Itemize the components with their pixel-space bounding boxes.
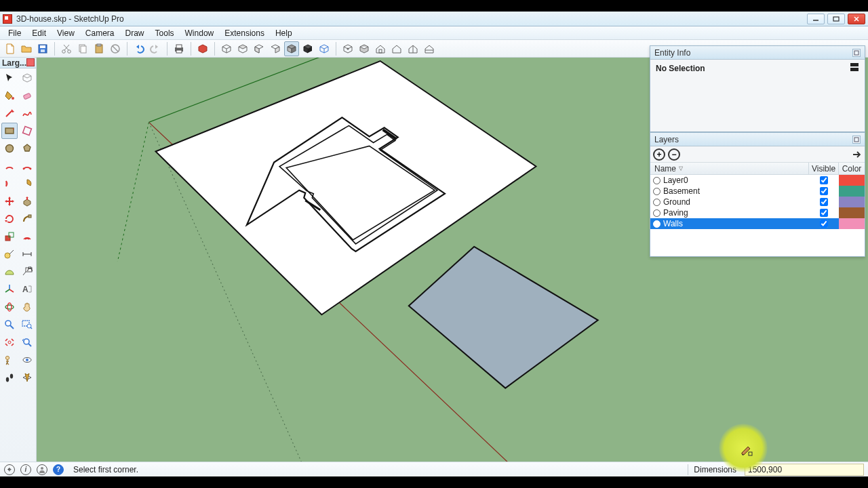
home-1-icon[interactable] [373,41,388,56]
zoom-previous-icon[interactable] [19,334,35,350]
pushpull-tool-icon[interactable] [19,193,35,209]
entity-info-expand-icon[interactable] [850,62,859,72]
maximize-button[interactable] [827,14,845,24]
zoom-extents-icon[interactable] [1,334,18,350]
select-tool-icon[interactable] [1,70,18,86]
layer-visible-checkbox[interactable] [820,187,828,195]
iso-view-icon[interactable] [219,41,234,56]
monochrome-icon[interactable] [317,41,332,56]
line-tool-icon[interactable] [1,105,18,121]
close-button[interactable] [848,14,865,24]
scale-tool-icon[interactable] [1,228,18,245]
menu-window[interactable]: Window [180,26,220,39]
menu-help[interactable]: Help [270,26,298,39]
home-3-icon[interactable] [406,41,420,56]
layer-row[interactable]: Walls [650,218,865,229]
dimensions-input[interactable]: 1500,900 [745,464,864,476]
menu-extensions[interactable]: Extensions [219,26,270,39]
minimize-button[interactable] [807,14,825,24]
arc-tool-icon[interactable] [1,158,18,174]
layer-radio[interactable] [653,220,660,228]
zoom-window-icon[interactable] [19,317,35,333]
menu-camera[interactable]: Camera [80,26,120,39]
protractor-icon[interactable] [1,264,18,280]
layer-row[interactable]: Layer0 [650,175,865,186]
status-help-icon[interactable]: ? [53,464,64,475]
layer-radio[interactable] [653,209,660,217]
followme-tool-icon[interactable] [19,211,35,227]
save-file-icon[interactable] [35,41,50,56]
paint-bucket-icon[interactable] [1,87,18,104]
arc2-tool-icon[interactable] [19,158,35,174]
delete-icon[interactable] [108,41,123,56]
rotate-tool-icon[interactable] [1,211,18,227]
copy-icon[interactable] [75,41,90,56]
offset-tool-icon[interactable] [19,228,35,245]
left-toolbar-close-icon[interactable] [26,58,35,66]
orbit-tool-icon[interactable] [1,299,18,315]
layer-row[interactable]: Basement [650,186,865,197]
tape-measure-icon[interactable] [1,246,18,262]
entity-info-title-bar[interactable]: Entity Info [650,46,865,60]
layers-collapse-icon[interactable] [852,136,861,144]
dimension-tool-icon[interactable] [19,246,35,262]
cut-icon[interactable] [59,41,74,56]
circle-tool-icon[interactable] [1,140,18,157]
redo-icon[interactable] [148,41,163,56]
shaded-icon[interactable] [300,41,315,56]
layer-radio[interactable] [653,188,660,195]
new-file-icon[interactable] [3,41,18,56]
home-2-icon[interactable] [389,41,404,56]
section-plane-icon[interactable] [19,369,35,386]
status-signin-icon[interactable] [37,464,47,475]
layer-row[interactable]: Paving [650,207,865,218]
home-4-icon[interactable] [422,41,437,56]
arc3-tool-icon[interactable] [1,176,18,192]
entity-info-collapse-icon[interactable] [852,49,861,57]
undo-icon[interactable] [132,41,146,56]
layers-title-bar[interactable]: Layers [650,133,865,146]
layers-col-visible[interactable]: Visible [809,163,839,174]
look-around-icon[interactable] [19,352,35,368]
paste-icon[interactable] [92,41,106,56]
eraser-icon[interactable] [19,87,35,104]
layers-col-color[interactable]: Color [839,163,865,174]
make-component-icon[interactable] [340,41,355,56]
layer-color-swatch[interactable] [839,218,865,229]
polygon-tool-icon[interactable] [19,140,35,157]
freehand-icon[interactable] [19,105,35,121]
pie-tool-icon[interactable] [19,176,35,192]
walk-tool-icon[interactable] [1,369,18,386]
3dtext-icon[interactable]: A [19,281,35,298]
right-view-icon[interactable] [268,41,283,56]
layers-panel[interactable]: Layers + − Name▽ Visible Color Layer0Bas… [650,132,865,257]
layers-flyout-icon[interactable] [852,150,862,159]
position-camera-icon[interactable] [1,352,18,368]
status-credits-icon[interactable]: i [20,464,31,475]
remove-layer-button[interactable]: − [668,148,680,161]
zoom-tool-icon[interactable] [1,317,18,333]
open-file-icon[interactable] [19,41,34,56]
text-tool-icon[interactable]: A1 [19,264,35,280]
menu-file[interactable]: File [3,26,26,39]
rectangle-tool-icon[interactable] [1,123,18,139]
layer-visible-checkbox[interactable] [820,209,828,217]
layer-visible-checkbox[interactable] [820,198,828,206]
left-toolbar-title[interactable]: Larg... [0,58,36,68]
layer-color-swatch[interactable] [839,197,865,207]
add-layer-button[interactable]: + [653,148,665,161]
axes-tool-icon[interactable] [1,281,18,298]
pan-tool-icon[interactable] [19,299,35,315]
layer-radio[interactable] [653,177,660,184]
front-view-icon[interactable] [252,41,267,56]
layer-color-swatch[interactable] [839,186,865,197]
make-group-icon[interactable] [357,41,372,56]
layer-radio[interactable] [653,199,660,206]
rotated-rectangle-icon[interactable] [19,123,35,139]
layers-col-name[interactable]: Name▽ [650,163,809,174]
layer-color-swatch[interactable] [839,175,865,186]
move-tool-icon[interactable] [1,193,18,209]
menu-view[interactable]: View [52,26,80,39]
top-view-icon[interactable] [235,41,250,56]
shaded-textures-icon[interactable] [284,41,299,56]
